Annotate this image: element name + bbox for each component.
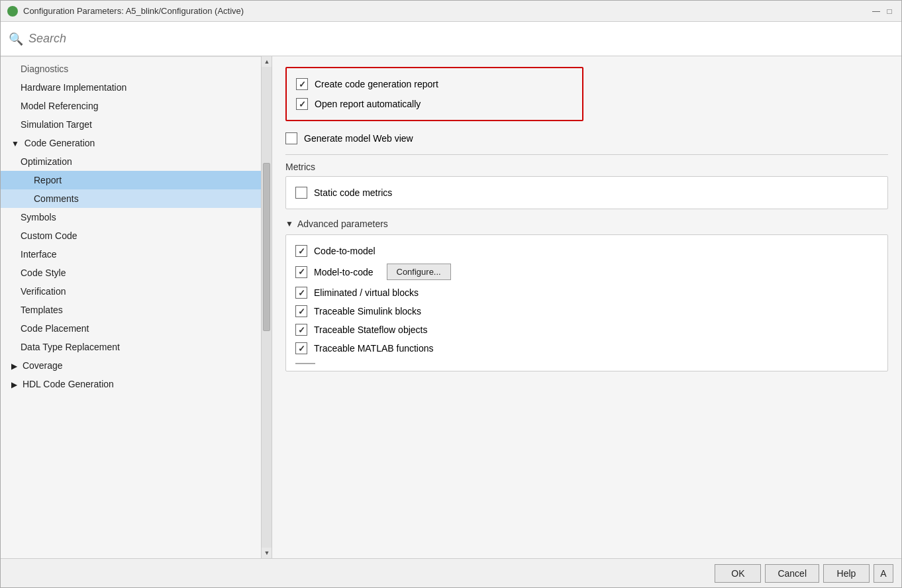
sidebar-item-code-placement-label: Code Placement <box>21 323 89 334</box>
sidebar-item-comments[interactable]: Comments <box>1 189 261 208</box>
search-icon: 🔍 <box>9 32 23 46</box>
sidebar-item-templates-label: Templates <box>21 305 63 315</box>
model-to-code-checkbox[interactable] <box>295 266 307 278</box>
traceable-matlab-label: Traceable MATLAB functions <box>314 343 434 354</box>
code-to-model-row: Code-to-model <box>295 242 878 260</box>
search-bar: 🔍 <box>1 22 901 56</box>
scroll-track[interactable] <box>262 67 272 548</box>
traceable-simulink-row: Traceable Simulink blocks <box>295 302 878 320</box>
sidebar-item-interface[interactable]: Interface <box>1 245 261 264</box>
open-report-auto-label: Open report automatically <box>315 99 421 109</box>
main-area: Diagnostics Hardware Implementation Mode… <box>1 56 901 558</box>
ok-button[interactable]: OK <box>715 564 761 583</box>
advanced-box: Code-to-model Model-to-code Configure...… <box>285 234 888 371</box>
sidebar-item-custom-code[interactable]: Custom Code <box>1 226 261 245</box>
content-area: Create code generation report Open repor… <box>272 56 901 558</box>
model-to-code-row: Model-to-code Configure... <box>295 260 878 283</box>
model-to-code-label: Model-to-code <box>314 267 374 277</box>
sidebar-item-code-placement[interactable]: Code Placement <box>1 319 261 338</box>
sidebar-item-code-generation[interactable]: ▼ Code Generation <box>1 134 261 152</box>
scroll-thumb[interactable] <box>263 163 270 331</box>
generate-model-web-view-row: Generate model Web view <box>285 129 888 148</box>
app-icon <box>7 6 18 17</box>
sidebar-item-hdl-code-generation-label: HDL Code Generation <box>23 379 114 389</box>
advanced-header: ▼ Advanced parameters <box>285 219 888 229</box>
apply-button[interactable]: A <box>874 564 893 583</box>
main-window: Configuration Parameters: A5_blink/Confi… <box>0 0 902 588</box>
search-input[interactable] <box>28 32 893 46</box>
traceable-stateflow-label: Traceable Stateflow objects <box>314 324 427 335</box>
window-title: Configuration Parameters: A5_blink/Confi… <box>23 6 866 16</box>
sidebar-item-symbols[interactable]: Symbols <box>1 208 261 226</box>
advanced-label: Advanced parameters <box>297 219 388 229</box>
open-report-auto-checkbox[interactable] <box>296 98 308 110</box>
scroll-down-arrow[interactable]: ▼ <box>262 548 272 558</box>
sidebar-item-diagnostics[interactable]: Diagnostics <box>1 56 261 78</box>
open-report-auto-row: Open report automatically <box>296 95 573 113</box>
title-bar: Configuration Parameters: A5_blink/Confi… <box>1 1 901 22</box>
hdl-arrow: ▶ <box>11 380 17 389</box>
sidebar-item-code-style[interactable]: Code Style <box>1 264 261 282</box>
static-code-metrics-row: Static code metrics <box>295 183 878 202</box>
sidebar-item-data-type-replacement-label: Data Type Replacement <box>21 342 120 352</box>
create-code-gen-report-checkbox[interactable] <box>296 78 308 90</box>
sidebar-list: Diagnostics Hardware Implementation Mode… <box>1 56 272 393</box>
sidebar-item-report-label: Report <box>34 175 62 185</box>
configure-button[interactable]: Configure... <box>387 264 451 280</box>
traceable-stateflow-row: Traceable Stateflow objects <box>295 320 878 339</box>
advanced-section: ▼ Advanced parameters Code-to-model Mode… <box>285 219 888 371</box>
code-to-model-checkbox[interactable] <box>295 245 307 257</box>
eliminated-virtual-row: Eliminated / virtual blocks <box>295 283 878 302</box>
code-to-model-label: Code-to-model <box>314 246 376 256</box>
highlighted-options-box: Create code generation report Open repor… <box>285 67 583 121</box>
sidebar-item-model-referencing-label: Model Referencing <box>21 101 99 111</box>
window-controls: — □ <box>871 6 895 17</box>
create-code-gen-report-row: Create code generation report <box>296 75 573 93</box>
sidebar-item-verification[interactable]: Verification <box>1 282 261 301</box>
metrics-label: Metrics <box>285 162 888 172</box>
sidebar-item-verification-label: Verification <box>21 286 66 297</box>
sidebar-item-templates[interactable]: Templates <box>1 301 261 319</box>
sidebar-item-hardware-impl-label: Hardware Implementation <box>21 82 126 93</box>
generate-model-web-view-checkbox[interactable] <box>285 132 297 144</box>
traceable-matlab-row: Traceable MATLAB functions <box>295 339 878 358</box>
traceable-simulink-label: Traceable Simulink blocks <box>314 306 421 317</box>
sidebar-scrollbar[interactable]: ▲ ▼ <box>261 56 272 558</box>
sidebar-item-code-style-label: Code Style <box>21 268 66 278</box>
sidebar-item-model-referencing[interactable]: Model Referencing <box>1 97 261 115</box>
sidebar-item-symbols-label: Symbols <box>21 212 56 222</box>
help-button[interactable]: Help <box>823 564 870 583</box>
create-code-gen-report-label: Create code generation report <box>315 79 438 89</box>
bottom-decoration <box>295 363 315 364</box>
minimize-button[interactable]: — <box>871 6 881 17</box>
coverage-arrow: ▶ <box>11 362 17 371</box>
sidebar-item-custom-code-label: Custom Code <box>21 230 77 241</box>
metrics-box: Static code metrics <box>285 176 888 209</box>
sidebar-item-optimization[interactable]: Optimization <box>1 152 261 171</box>
scroll-up-arrow[interactable]: ▲ <box>262 56 272 67</box>
sidebar-item-data-type-replacement[interactable]: Data Type Replacement <box>1 338 261 356</box>
sidebar-item-coverage-label: Coverage <box>23 360 63 371</box>
sidebar-item-coverage[interactable]: ▶ Coverage <box>1 356 261 375</box>
advanced-arrow: ▼ <box>285 219 293 228</box>
sidebar-item-report[interactable]: Report <box>1 171 261 189</box>
sidebar: Diagnostics Hardware Implementation Mode… <box>1 56 272 558</box>
static-code-metrics-checkbox[interactable] <box>295 187 307 199</box>
traceable-simulink-checkbox[interactable] <box>295 305 307 317</box>
sidebar-item-simulation-target-label: Simulation Target <box>21 119 92 130</box>
sidebar-item-diagnostics-label: Diagnostics <box>21 64 68 74</box>
generate-model-web-view-label: Generate model Web view <box>304 133 413 144</box>
sidebar-item-hdl-code-generation[interactable]: ▶ HDL Code Generation <box>1 375 261 393</box>
traceable-matlab-checkbox[interactable] <box>295 342 307 354</box>
traceable-stateflow-checkbox[interactable] <box>295 324 307 336</box>
maximize-button[interactable]: □ <box>884 6 895 17</box>
sidebar-item-code-generation-label: Code Generation <box>25 138 95 148</box>
eliminated-virtual-label: Eliminated / virtual blocks <box>314 287 419 298</box>
cancel-button[interactable]: Cancel <box>765 564 819 583</box>
sidebar-item-simulation-target[interactable]: Simulation Target <box>1 115 261 134</box>
bottom-bar: OK Cancel Help A <box>1 558 901 587</box>
sidebar-item-hardware-impl[interactable]: Hardware Implementation <box>1 78 261 97</box>
divider-1 <box>285 154 888 155</box>
eliminated-virtual-checkbox[interactable] <box>295 287 307 299</box>
code-generation-arrow: ▼ <box>11 139 19 148</box>
